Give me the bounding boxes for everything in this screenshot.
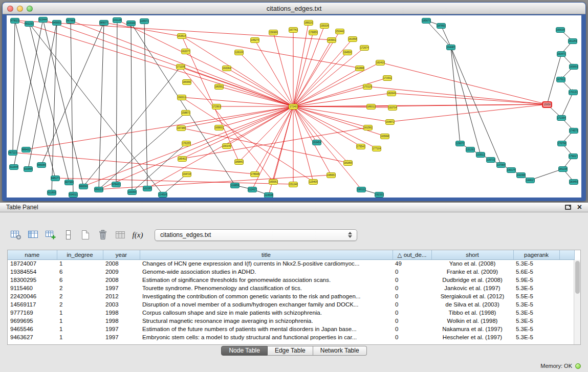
graph-node[interactable]: 18789127 <box>437 23 446 29</box>
graph-node[interactable]: 17554300 <box>356 144 365 149</box>
close-window-button[interactable] <box>7 6 13 12</box>
graph-node[interactable]: 10112885 <box>113 17 122 23</box>
graph-node[interactable]: 16774110 <box>289 27 298 33</box>
table-row[interactable]: 911546021997Tourette syndrome. Phenomeno… <box>8 284 574 292</box>
import-table-button[interactable] <box>113 228 128 242</box>
graph-node[interactable]: 10006450 <box>127 189 137 195</box>
graph-node[interactable]: 15958 <box>542 102 552 107</box>
graph-node[interactable]: 15044274 <box>335 29 344 34</box>
column-header-short[interactable]: short <box>431 250 513 259</box>
graph-node[interactable]: 17240 <box>289 104 298 110</box>
tab-edge-table[interactable]: Edge Table <box>268 346 313 356</box>
graph-node[interactable]: 17267496 <box>360 45 369 51</box>
graph-node[interactable]: 15903894 <box>556 27 565 33</box>
table-row[interactable]: 1938455462009Genome-wide association stu… <box>8 268 574 276</box>
graph-node[interactable]: 11463894 <box>264 192 273 198</box>
graph-node[interactable]: 18540276 <box>178 156 187 162</box>
graph-node[interactable]: 14017561 <box>507 167 516 173</box>
graph-node[interactable]: 16738855 <box>177 125 186 131</box>
tab-node-table[interactable]: Node Table <box>221 346 268 356</box>
graph-node[interactable]: 14461783 <box>526 178 535 183</box>
graph-node[interactable]: 16155885 <box>348 36 357 42</box>
graph-node[interactable]: 8451773 <box>51 176 60 181</box>
graph-node[interactable]: 15487226 <box>385 119 395 125</box>
memory-indicator-icon[interactable] <box>575 363 581 369</box>
column-header-pagerank[interactable]: pagerank <box>513 250 559 259</box>
graph-node[interactable]: 17625513 <box>182 141 191 146</box>
table-row[interactable]: 977716911998Corpus callosum shape and si… <box>8 309 574 317</box>
graph-node[interactable]: 18264903 <box>387 91 396 96</box>
graph-node[interactable]: 19345454 <box>312 140 321 145</box>
graph-node[interactable]: 16791238 <box>556 77 565 82</box>
graph-node[interactable]: 9456552 <box>52 20 61 26</box>
graph-node[interactable]: 17012999 <box>363 84 372 90</box>
graph-node[interactable]: 19001250 <box>177 95 186 100</box>
column-settings-button[interactable] <box>8 228 24 242</box>
graph-node[interactable]: 15887321 <box>181 110 190 116</box>
graph-node[interactable]: 19336444 <box>222 65 231 71</box>
graph-node[interactable]: 18123894 <box>558 166 568 172</box>
graph-node[interactable]: 16125905 <box>568 38 577 44</box>
scrollbar-thumb[interactable] <box>575 261 580 294</box>
table-row[interactable]: 1456911722003Disruption of a novel membe… <box>8 300 574 309</box>
graph-node[interactable]: 11685905 <box>230 183 239 188</box>
graph-node[interactable]: 9562228 <box>94 187 103 192</box>
column-header-title[interactable]: title <box>140 250 393 259</box>
graph-node[interactable]: 9784339 <box>112 182 121 187</box>
graph-node[interactable]: 16983322 <box>214 125 224 130</box>
graph-node[interactable]: 19014020 <box>222 143 231 149</box>
graph-node[interactable]: 19370415 <box>388 105 397 111</box>
graph-node[interactable]: 18055220 <box>214 84 224 90</box>
graph-node[interactable]: 8894329 <box>21 147 31 152</box>
table-row[interactable]: 2242004622012Investigating the contribut… <box>8 292 574 300</box>
graph-node[interactable]: 13129127 <box>466 147 475 152</box>
graph-node[interactable]: 17153260 <box>383 75 392 81</box>
zoom-window-button[interactable] <box>27 6 33 12</box>
select-columns-button[interactable] <box>26 228 41 242</box>
graph-node[interactable]: 8895995 <box>79 184 88 189</box>
graph-node[interactable]: 17013349 <box>569 90 578 95</box>
new-row-button[interactable] <box>60 228 76 242</box>
graph-node[interactable]: 16207731 <box>181 49 190 54</box>
graph-node[interactable]: 10557107 <box>140 18 149 24</box>
new-column-button[interactable] <box>43 228 58 242</box>
graph-node[interactable]: 18185500 <box>343 160 353 166</box>
graph-node[interactable]: 9678663 <box>66 18 75 24</box>
graph-node[interactable]: 15351422 <box>177 33 186 39</box>
float-panel-icon[interactable] <box>565 205 571 210</box>
graph-node[interactable]: 8673884 <box>64 180 74 185</box>
graph-node[interactable]: 17885932 <box>309 30 318 35</box>
graph-node[interactable]: 18390211 <box>327 37 336 43</box>
graph-node[interactable]: 17679672 <box>557 141 567 146</box>
column-header-name[interactable]: name <box>8 250 57 259</box>
graph-node[interactable]: 16288851 <box>355 65 364 71</box>
window-titlebar[interactable]: citations_edges.txt <box>3 3 585 14</box>
graph-node[interactable]: 10450672 <box>158 192 167 198</box>
table-row[interactable]: 946554611997Estimation of the future num… <box>8 325 574 333</box>
graph-node[interactable]: 15124849 <box>289 182 298 187</box>
graph-node[interactable]: 10334996 <box>126 20 136 26</box>
minimize-window-button[interactable] <box>17 6 23 12</box>
graph-node[interactable]: 9116440 <box>9 164 18 170</box>
graph-node[interactable]: 13351238 <box>476 152 485 158</box>
column-header-in_degree[interactable]: in_degree <box>57 250 103 259</box>
graph-node[interactable]: 18099003 <box>182 79 191 85</box>
graph-node[interactable]: 16347016 <box>557 51 566 57</box>
graph-node[interactable]: 14527420 <box>250 37 259 43</box>
graph-node[interactable]: 9340117 <box>69 192 78 198</box>
tab-network-table[interactable]: Network Table <box>313 346 367 356</box>
new-table-button[interactable] <box>78 228 93 242</box>
table-row[interactable]: 1830029562008Estimation of significance … <box>8 276 574 284</box>
graph-node[interactable]: 17110924 <box>176 64 185 70</box>
graph-node[interactable]: 12940599 <box>309 179 318 185</box>
graph-node[interactable]: 13795450 <box>496 162 506 168</box>
graph-node[interactable]: 16041882 <box>376 60 385 65</box>
graph-node[interactable]: 17710441 <box>372 146 381 151</box>
table-row[interactable]: 1872400712008Changes of HCN gene express… <box>8 259 574 268</box>
graph-node[interactable]: 9012330 <box>25 21 34 27</box>
graph-node[interactable]: 9234441 <box>38 17 48 23</box>
close-panel-icon[interactable]: × <box>577 204 582 211</box>
table-row[interactable]: 969969511998Structural magnetic resonanc… <box>8 317 574 325</box>
graph-node[interactable]: 18984301 <box>234 159 244 165</box>
graph-node[interactable]: 17290101 <box>212 104 221 110</box>
